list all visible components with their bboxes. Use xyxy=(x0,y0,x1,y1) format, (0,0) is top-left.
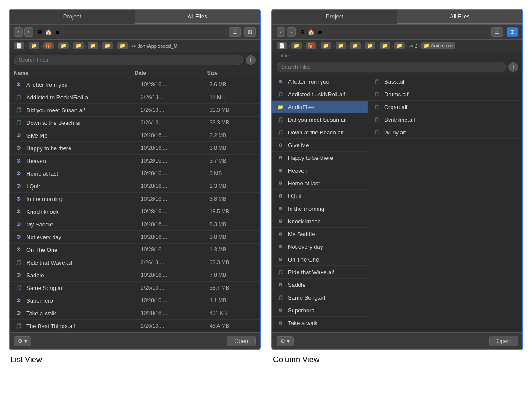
column-list-item[interactable]: 📁 AudioFiles › xyxy=(272,101,368,113)
right-tab-allfiles[interactable]: All Files xyxy=(397,10,522,24)
left-add-button[interactable]: + xyxy=(246,55,256,65)
column-list-item[interactable]: ⚙ Not every day xyxy=(272,240,368,253)
left-gear-chevron: ▾ xyxy=(24,338,27,344)
column-list-item[interactable]: ⚙ Knock knock xyxy=(272,215,368,228)
list-item[interactable]: ⚙ Happy to be there 10/28/16,... 3.8 MB xyxy=(10,142,260,155)
right-tab-project[interactable]: Project xyxy=(272,10,397,24)
file-date: 10/28/16,... xyxy=(141,221,210,227)
column-list-item[interactable]: ⚙ Home at last xyxy=(272,177,368,190)
right-bc-5[interactable]: 📁 xyxy=(350,42,360,49)
right-bc-6[interactable]: 📁 xyxy=(365,42,375,49)
left-col-date: Date xyxy=(135,70,207,76)
right-gear-button[interactable]: ⚙ ▾ xyxy=(276,336,294,346)
list-item[interactable]: ⚙ Home at last 10/28/16,... 3 MB xyxy=(10,167,260,180)
right-bc-file[interactable]: 📄 xyxy=(276,42,287,49)
list-item[interactable]: ⚙ Give Me 10/28/16,... 2.2 MB xyxy=(10,129,260,142)
list-item[interactable]: ⚙ Superhero 10/28/16,... 4.1 MB xyxy=(10,294,260,307)
right-bc-1[interactable]: 📁 xyxy=(291,42,302,49)
right-bc-2[interactable]: 🎁 xyxy=(306,42,316,49)
left-bc-1[interactable]: 📁 xyxy=(29,42,39,49)
file-size: 401 KB xyxy=(210,310,256,316)
file-name: In the morning xyxy=(26,196,141,202)
left-tab-allfiles[interactable]: All Files xyxy=(135,10,260,24)
list-item[interactable]: 🎵 Did you meet Susan.aif 2/26/13,... 31.… xyxy=(10,104,260,117)
left-bc-5[interactable]: 📁 xyxy=(88,42,98,49)
list-item[interactable]: 🎵 The Best Things.aif 2/26/13,... 43.4 M… xyxy=(10,320,260,332)
file-name: My Saddle xyxy=(26,221,141,228)
column-list-item[interactable]: 🎵 Wurly.aif xyxy=(368,126,522,139)
right-search-input[interactable] xyxy=(276,62,506,72)
file-type-icon: ⚙ xyxy=(14,144,23,152)
column-list-item[interactable]: 🎵 Bass.aif xyxy=(368,75,522,88)
column-list-item[interactable]: ⚙ In the morning xyxy=(272,202,368,215)
list-item[interactable]: ⚙ I Quit 10/28/16,... 2.3 MB xyxy=(10,180,260,193)
left-bc-4[interactable]: 📁 xyxy=(73,42,84,49)
column-list-item[interactable]: 🎵 Organ.aif xyxy=(368,101,522,113)
left-bc-2[interactable]: 🎁 xyxy=(43,42,54,49)
right-add-button[interactable]: + xyxy=(508,62,518,72)
list-item[interactable]: ⚙ A letter from you 10/28/16,... 3.6 MB xyxy=(10,78,260,91)
left-forward-button[interactable]: › xyxy=(24,27,33,37)
list-item[interactable]: ⚙ Take a walk 10/28/16,... 401 KB xyxy=(10,307,260,320)
right-open-button[interactable]: Open xyxy=(489,336,518,346)
list-item[interactable]: ⚙ On The One 10/28/16,... 1.3 MB xyxy=(10,244,260,256)
left-back-button[interactable]: ‹ xyxy=(14,27,23,37)
column-list-item[interactable]: ⚙ Happy to be there xyxy=(272,152,368,164)
column-list-item[interactable]: 🎵 Drums.aif xyxy=(368,88,522,101)
column-list-item[interactable]: 🎵 Addicted t...ckNRoll.aif xyxy=(272,88,368,101)
column-list-item[interactable]: 🎵 Down at the Beach.aif xyxy=(272,126,368,139)
list-item[interactable]: ⚙ My Saddle 10/28/16,... 8.3 MB xyxy=(10,218,260,231)
list-item[interactable]: 🎵 Ride that Wave.aif 2/26/13,... 33.3 MB xyxy=(10,256,260,269)
list-item[interactable]: 🎵 Same Song.aif 2/26/13,... 38.7 MB xyxy=(10,282,260,294)
right-bc-7[interactable]: 📁 xyxy=(380,42,390,49)
right-back-button[interactable]: ‹ xyxy=(276,27,285,37)
file-date: 10/28/16,... xyxy=(141,81,210,88)
right-bc-4[interactable]: 📁 xyxy=(336,42,346,49)
list-item[interactable]: 🎵 Addicted to RockNRoll.a 2/26/13,... 38… xyxy=(10,91,260,104)
column-list-item[interactable]: ⚙ Take a walk xyxy=(272,317,368,329)
list-item[interactable]: ⚙ Saddle 10/28/16,... 7.8 MB xyxy=(10,269,260,282)
left-col-name: Name xyxy=(14,70,135,76)
right-bc-8[interactable]: 📁 xyxy=(394,42,405,49)
right-list-view-button[interactable]: ☰ xyxy=(491,27,503,37)
list-item[interactable]: 🎵 Down at the Beach.aif 2/26/13,... 33.3… xyxy=(10,117,260,129)
column-list-item[interactable]: ⚙ I Quit xyxy=(272,190,368,202)
left-tab-project[interactable]: Project xyxy=(10,10,135,24)
file-date: 2/26/13,... xyxy=(141,285,210,291)
column-list-item[interactable]: ⚙ Superhero xyxy=(272,304,368,317)
file-size: 4.1 MB xyxy=(210,297,256,304)
right-grid-view-button[interactable]: ⊞ xyxy=(507,27,518,37)
file-date: 10/28/16,... xyxy=(141,183,210,189)
left-bc-6[interactable]: 📁 xyxy=(102,42,113,49)
list-item[interactable]: ⚙ Knock knock 10/28/16,... 18.5 MB xyxy=(10,205,260,218)
column-list-item[interactable]: ⚙ Heaven xyxy=(272,164,368,177)
column-list-item[interactable]: ⚙ Give Me xyxy=(272,139,368,152)
list-item[interactable]: ⚙ Not every day 10/28/16,... 3.8 MB xyxy=(10,231,260,244)
left-bc-3[interactable]: 📁 xyxy=(58,42,69,49)
column-list-item[interactable]: ⚙ On The One xyxy=(272,253,368,266)
left-bc-file[interactable]: 📄 xyxy=(14,42,24,49)
column-list-item[interactable]: 🎵 Same Song.aif xyxy=(272,291,368,304)
col-file-name: I Quit xyxy=(288,193,301,199)
left-grid-view-button[interactable]: ⊞ xyxy=(244,27,256,37)
file-type-icon: ⚙ xyxy=(14,233,23,241)
left-gear-button[interactable]: ⚙ ▾ xyxy=(14,336,31,346)
column-list-item[interactable]: 🎵 Synthline.aif xyxy=(368,113,522,126)
right-column-content: ⚙ A letter from you 🎵 Addicted t...ckNRo… xyxy=(272,75,522,332)
left-search-input[interactable] xyxy=(14,55,243,65)
column-list-item[interactable]: ⚙ Saddle xyxy=(272,279,368,291)
right-bc-audiofiles[interactable]: 📁 AudioFiles xyxy=(421,42,455,49)
list-item[interactable]: ⚙ In the morning 10/28/16,... 3.8 MB xyxy=(10,193,260,205)
left-bc-7[interactable]: 📁 xyxy=(117,42,128,49)
left-list-view-button[interactable]: ☰ xyxy=(229,27,241,37)
column-list-item[interactable]: ⚙ My Saddle xyxy=(272,228,368,240)
right-bc-3[interactable]: 📁 xyxy=(321,42,331,49)
list-item[interactable]: ⚙ Heaven 10/28/16,... 3.7 MB xyxy=(10,155,260,167)
right-forward-button[interactable]: › xyxy=(287,27,296,37)
left-open-button[interactable]: Open xyxy=(227,336,256,346)
column-list-item[interactable]: 🎵 Did you meet Susan.aif xyxy=(272,113,368,126)
column-list-item[interactable]: 🎵 Ride that Wave.aif xyxy=(272,266,368,279)
col-file-icon: 📁 xyxy=(276,103,284,111)
column-list-item[interactable]: ⚙ A letter from you xyxy=(272,75,368,88)
file-size: 2.2 MB xyxy=(210,132,256,138)
